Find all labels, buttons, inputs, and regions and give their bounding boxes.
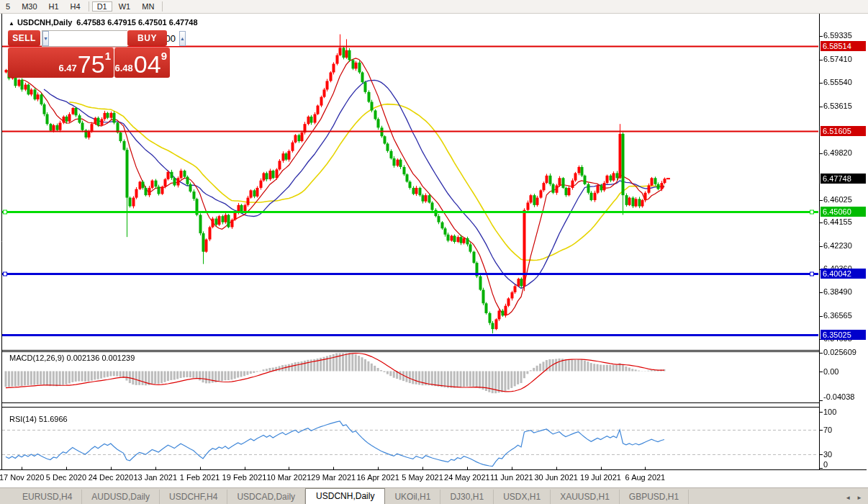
date-label: 6 Aug 2021	[612, 473, 677, 482]
volume-spinner: ▼ ▲	[42, 30, 127, 47]
macd-axis-label: 0.025609	[823, 348, 856, 356]
volume-decrease-button[interactable]: ▼	[42, 31, 49, 46]
price-tick-label: 6.36565	[823, 311, 852, 320]
volume-increase-button[interactable]: ▲	[179, 31, 186, 46]
price-tick-label: 6.59335	[823, 31, 852, 40]
ohlc-values: 6.47583 6.47915 6.47501 6.47748	[76, 18, 197, 27]
tab-usdchf[interactable]: USDCHF,H4	[160, 490, 227, 504]
price-tick-label: 6.53615	[823, 102, 852, 110]
tab-scroll-left-icon[interactable]: ◄	[845, 495, 851, 501]
tab-eurusd[interactable]: EURUSD,H4	[13, 490, 82, 504]
price-tick-label: 6.46025	[823, 195, 852, 204]
rsi-axis-label: 0	[823, 460, 828, 469]
price-tick-label: 6.44155	[823, 217, 852, 226]
buy-price-prefix: 6.48	[115, 63, 133, 73]
price-badge: 6.40042	[820, 269, 866, 279]
tab-usdcad[interactable]: USDCAD,Daily	[227, 490, 305, 504]
price-badge: 6.35025	[820, 330, 866, 340]
sell-price-box[interactable]: 6.47 75 1	[8, 48, 114, 78]
rsi-label: RSI(14) 51.6966	[9, 415, 68, 423]
symbol-tab-bar: EURUSD,H4AUDUSD,DailyUSDCHF,H4USDCAD,Dai…	[0, 487, 868, 504]
price-tick-label: 6.57410	[823, 55, 852, 63]
tab-audusd[interactable]: AUDUSD,Daily	[82, 490, 160, 504]
tab-scroll-right-icon[interactable]: ►	[856, 495, 862, 501]
price-badge: 6.45060	[820, 207, 866, 217]
price-badge: 6.47748	[820, 174, 866, 184]
sell-price-prefix: 6.47	[59, 63, 77, 73]
trading-platform-window: { "toolbar": { "items": [ {"label": "5",…	[0, 0, 868, 504]
symbol-title: USDCNH,Daily	[17, 18, 72, 27]
tab-dj30[interactable]: DJ30,H1	[440, 490, 494, 504]
rsi-axis-label: 30	[823, 450, 832, 459]
tab-usdcnh[interactable]: USDCNH,Daily	[305, 488, 385, 504]
rsi-axis-label: 70	[823, 426, 832, 434]
buy-price-big-digits: 04	[134, 52, 161, 76]
buy-button[interactable]: BUY	[127, 30, 167, 46]
price-tick-label: 6.49820	[823, 148, 852, 157]
chart-marker-icon: ▲	[9, 20, 14, 27]
macd-axis-label: 0.00	[823, 367, 838, 376]
tab-ukoil[interactable]: UKOil,H1	[385, 490, 440, 504]
chart-header: ▲USDCNH,Daily6.47583 6.47915 6.47501 6.4…	[9, 18, 198, 27]
buy-price-pip-digit: 9	[161, 50, 167, 62]
macd-axis-label: -0.04038	[823, 392, 854, 401]
price-badge: 6.51605	[820, 126, 866, 136]
tab-xauusd[interactable]: XAUUSD,H1	[551, 490, 620, 504]
macd-label: MACD(12,26,9) 0.002136 0.001239	[9, 354, 135, 362]
rsi-axis-label: 100	[823, 408, 836, 416]
sell-price-big-digits: 75	[78, 52, 105, 76]
one-click-trading-panel: SELL ▼ ▲ BUY 6.47 75 1 6.48 04 9	[8, 30, 167, 76]
tab-usdx[interactable]: USDX,H1	[494, 490, 551, 504]
tab-gbpusd[interactable]: GBPUSD,H1	[620, 490, 689, 504]
price-tick-label: 6.38490	[823, 287, 852, 296]
tab-nav: ◄►	[845, 495, 862, 504]
price-tick-label: 6.42230	[823, 241, 852, 250]
buy-price-box[interactable]: 6.48 04 9	[114, 48, 170, 78]
sell-price-pip-digit: 1	[105, 50, 111, 62]
price-tick-label: 6.55540	[823, 78, 852, 86]
sell-button[interactable]: SELL	[8, 30, 40, 46]
price-badge: 6.58514	[820, 41, 866, 51]
